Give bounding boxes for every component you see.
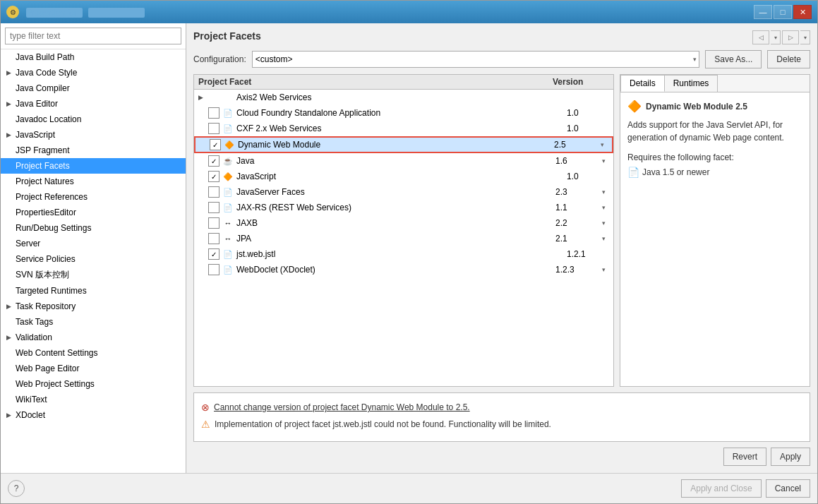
panel-title: Project Facets [193, 30, 261, 42]
sidebar-item-task-repository[interactable]: ▶Task Repository [1, 299, 186, 314]
facet-version-dropdown-jsf[interactable]: ▾ [598, 186, 609, 198]
sidebar-item-label-server: Server [16, 239, 40, 248]
facet-version-dropdown-jpa[interactable]: ▾ [598, 233, 609, 244]
maximize-button[interactable]: □ [774, 5, 792, 19]
search-input[interactable] [5, 28, 181, 44]
sidebar-item-java-compiler[interactable]: Java Compiler [1, 80, 186, 96]
facet-icon-axis2 [222, 92, 234, 103]
facet-version-jsf: 2.3 [555, 187, 598, 197]
cancel-button[interactable]: Cancel [766, 479, 810, 498]
sidebar-item-targeted-runtimes[interactable]: Targeted Runtimes [1, 283, 186, 299]
facet-row-java[interactable]: ✓ ☕ Java 1.6▾ [194, 153, 613, 169]
sidebar-item-properties-editor[interactable]: PropertiesEditor [1, 205, 186, 220]
apply-button[interactable]: Apply [771, 448, 810, 466]
facet-checkbox-dynamic-web[interactable]: ✓ [210, 139, 221, 150]
sidebar-item-web-project-settings[interactable]: Web Project Settings [1, 376, 186, 392]
sidebar-item-java-editor[interactable]: ▶Java Editor [1, 96, 186, 112]
facet-row-axis2[interactable]: ▶ Axis2 Web Services [194, 90, 613, 105]
facet-version-jpa: 2.1 [555, 234, 598, 244]
sidebar-search-container [1, 23, 186, 49]
facet-row-jaxb[interactable]: ↔ JAXB 2.2▾ [194, 215, 613, 231]
facet-version-dropdown-jax-rs[interactable]: ▾ [598, 202, 609, 213]
forward-button[interactable]: ▷ [782, 30, 799, 44]
sidebar-item-project-facets[interactable]: Project Facets [1, 158, 186, 174]
facet-row-jpa[interactable]: ↔ JPA 2.1▾ [194, 231, 613, 246]
facet-icon-jax-rs: 📄 [222, 202, 234, 213]
facet-row-jax-rs[interactable]: 📄 JAX-RS (REST Web Services) 1.1▾ [194, 200, 613, 215]
tab-details[interactable]: Details [620, 75, 665, 92]
facet-checkbox-webdoclet[interactable] [208, 264, 219, 275]
facet-checkbox-cxf[interactable] [208, 123, 219, 134]
sidebar-item-xdoclet[interactable]: ▶XDoclet [1, 407, 186, 423]
sidebar-item-label-project-facets: Project Facets [16, 161, 70, 171]
facet-checkbox-jst-web-jstl[interactable]: ✓ [208, 248, 219, 260]
help-button[interactable]: ? [8, 480, 25, 497]
facet-name-jax-rs: JAX-RS (REST Web Services) [236, 203, 555, 212]
sidebar-item-svn[interactable]: SVN 版本控制 [1, 267, 186, 283]
facet-row-dynamic-web[interactable]: ✓ 🔶 Dynamic Web Module 2.5▾ [194, 136, 613, 153]
facet-checkbox-java[interactable]: ✓ [208, 155, 219, 167]
back-dropdown[interactable]: ▾ [771, 30, 781, 44]
facet-checkbox-jsf[interactable] [208, 186, 219, 198]
facet-version-dropdown-jaxb[interactable]: ▾ [598, 217, 609, 229]
facet-row-jsf[interactable]: 📄 JavaServer Faces 2.3▾ [194, 184, 613, 200]
sidebar-item-label-xdoclet: XDoclet [16, 410, 45, 420]
sidebar-item-label-javascript: JavaScript [16, 130, 55, 140]
close-button[interactable]: ✕ [793, 5, 812, 19]
minimize-button[interactable]: — [754, 5, 772, 19]
forward-dropdown[interactable]: ▾ [800, 30, 810, 44]
facet-row-cxf[interactable]: 📄 CXF 2.x Web Services 1.0 [194, 121, 613, 136]
sidebar-item-web-page-editor[interactable]: Web Page Editor [1, 361, 186, 376]
facet-checkbox-jaxb[interactable] [208, 217, 219, 229]
facet-checkbox-jax-rs[interactable] [208, 202, 219, 213]
sidebar-item-java-build-path[interactable]: Java Build Path [1, 49, 186, 65]
facet-name-jpa: JPA [236, 234, 555, 244]
tab-runtimes[interactable]: Runtimes [664, 75, 718, 92]
bottom-bar: ? Apply and Close Cancel [1, 473, 817, 503]
sidebar-item-task-tags[interactable]: Task Tags [1, 314, 186, 330]
facet-icon-java: ☕ [222, 155, 234, 167]
sidebar-item-service-policies[interactable]: Service Policies [1, 251, 186, 267]
sidebar-item-label-svn: SVN 版本控制 [16, 269, 69, 281]
sidebar-item-label-web-project-settings: Web Project Settings [16, 379, 95, 389]
sidebar-item-java-code-style[interactable]: ▶Java Code Style [1, 65, 186, 80]
sidebar-item-javascript[interactable]: ▶JavaScript [1, 127, 186, 143]
facet-version-dropdown-dynamic-web[interactable]: ▾ [596, 139, 608, 150]
facet-checkbox-cloud-foundry[interactable] [208, 107, 219, 119]
sidebar-item-server[interactable]: Server [1, 236, 186, 251]
apply-and-close-button[interactable]: Apply and Close [681, 479, 761, 498]
facet-icon-jpa: ↔ [222, 233, 234, 244]
sidebar-item-wikitext[interactable]: WikiText [1, 392, 186, 407]
sidebar-item-label-run-debug-settings: Run/Debug Settings [16, 223, 91, 233]
error-item: ⊗Cannot change version of project facet … [201, 399, 802, 416]
app-icon: ⚙ [6, 6, 19, 18]
config-select-wrapper: <custom> ▾ [252, 51, 700, 68]
delete-button[interactable]: Delete [767, 50, 810, 68]
facet-row-javascript-facet[interactable]: ✓ 🔶 JavaScript 1.0 [194, 169, 613, 184]
sidebar-item-jsp-fragment[interactable]: JSP Fragment [1, 143, 186, 158]
facet-version-dropdown-java[interactable]: ▾ [598, 155, 609, 167]
facet-name-dynamic-web: Dynamic Web Module [238, 140, 554, 150]
facet-checkbox-javascript-facet[interactable]: ✓ [208, 171, 219, 182]
facet-checkbox-axis2[interactable] [208, 92, 219, 103]
revert-button[interactable]: Revert [723, 448, 766, 466]
facet-version-webdoclet: 1.2.3 [555, 265, 598, 275]
config-select[interactable]: <custom> [252, 51, 700, 68]
sidebar-item-project-references[interactable]: Project References [1, 189, 186, 205]
facet-row-cloud-foundry[interactable]: 📄 Cloud Foundry Standalone Application 1… [194, 105, 613, 121]
details-required-facet: 📄 Java 1.5 or newer [627, 167, 802, 178]
facet-row-webdoclet[interactable]: 📄 WebDoclet (XDoclet) 1.2.3▾ [194, 262, 613, 277]
sidebar-item-project-natures[interactable]: Project Natures [1, 174, 186, 189]
save-as-button[interactable]: Save As... [705, 50, 762, 68]
back-button[interactable]: ◁ [752, 30, 769, 44]
sidebar-item-run-debug-settings[interactable]: Run/Debug Settings [1, 220, 186, 236]
facet-row-jst-web-jstl[interactable]: ✓ 📄 jst.web.jstl 1.2.1 [194, 246, 613, 262]
facets-header: Project Facet Version [194, 75, 613, 90]
right-panel: Project Facets ◁ ▾ ▷ ▾ Configuration: <c… [186, 23, 817, 473]
facets-rows: ▶ Axis2 Web Services 📄 Cloud Foundry Sta… [194, 90, 613, 277]
sidebar-item-javadoc-location[interactable]: Javadoc Location [1, 112, 186, 127]
facet-version-dropdown-webdoclet[interactable]: ▾ [598, 264, 609, 275]
facet-checkbox-jpa[interactable] [208, 233, 219, 244]
sidebar-item-web-content-settings[interactable]: Web Content Settings [1, 345, 186, 361]
sidebar-item-validation[interactable]: ▶Validation [1, 330, 186, 345]
